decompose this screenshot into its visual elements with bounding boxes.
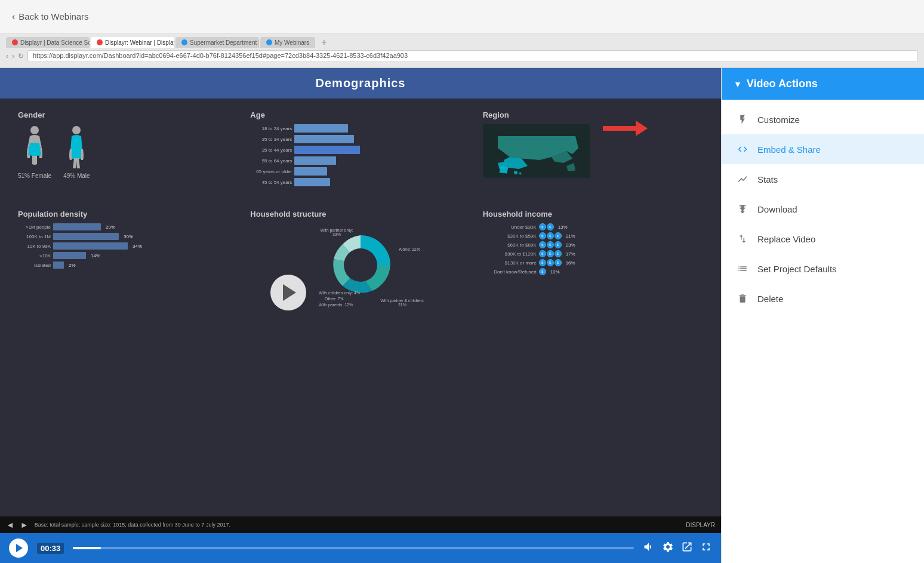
download-icon <box>736 202 749 216</box>
menu-item-download[interactable]: Download <box>722 194 924 224</box>
pop-row-5: Isolated 2% <box>18 261 238 269</box>
back-to-webinars-link[interactable]: ‹ Back to Webinars <box>12 11 89 22</box>
panel-header: ▼ Video Actions <box>722 68 924 100</box>
coin-3-2: $ <box>547 241 554 248</box>
income-rows: Under $30K $ $ 13% $30K to $59K $ <box>483 223 703 275</box>
back-link-label: Back to Webinars <box>19 11 88 21</box>
play-overlay-button[interactable] <box>270 275 306 310</box>
income-row-6: Don't know/Refused $ 10% <box>483 268 703 275</box>
menu-item-stats[interactable]: Stats <box>722 164 924 194</box>
coin-5-1: $ <box>539 259 546 266</box>
age-bar-4 <box>294 156 336 165</box>
tab-label-3: Supermarket Department NPS |... <box>190 39 259 46</box>
back-arrow-icon: ‹ <box>12 11 15 22</box>
income-pct-4: 17% <box>566 251 575 257</box>
browser-chrome: Displayr | Data Science Softwar... Displ… <box>0 33 924 68</box>
income-label-6: Don't know/Refused <box>483 269 537 275</box>
income-pct-3: 23% <box>566 242 575 248</box>
menu-item-replace-video[interactable]: Replace Video <box>722 224 924 254</box>
household-income-section: Household income Under $30K $ $ 13% <box>477 204 709 313</box>
age-label-4: 55 to 64 years <box>250 158 292 164</box>
progress-bar[interactable] <box>73 547 634 549</box>
next-nav-button[interactable]: ► <box>20 520 29 530</box>
demo-title: Demographics <box>316 76 406 90</box>
share-icon[interactable] <box>681 541 693 556</box>
menu-label-replace-video: Replace Video <box>757 234 815 244</box>
pop-label-3: 10K to 99K <box>18 244 51 249</box>
pop-row-4: <10K 14% <box>18 252 238 259</box>
arrow-head-icon <box>636 121 648 136</box>
pop-pct-3: 34% <box>133 244 142 249</box>
volume-icon[interactable] <box>643 541 655 556</box>
menu-item-set-project-defaults[interactable]: Set Project Defaults <box>722 254 924 284</box>
browser-tab-3[interactable]: Supermarket Department NPS |... <box>175 37 259 48</box>
menu-item-delete[interactable]: Delete <box>722 284 924 313</box>
income-label-3: $60K to $89K <box>483 242 537 248</box>
settings-icon[interactable] <box>662 541 674 556</box>
income-row-1: Under $30K $ $ 13% <box>483 223 703 230</box>
tab-icon-1 <box>12 39 18 45</box>
svg-point-1 <box>72 126 81 134</box>
age-bar-6 <box>294 178 330 186</box>
address-bar[interactable]: https://app.displayr.com/Dashboard?id=ab… <box>27 50 918 62</box>
panel-title: Video Actions <box>747 78 818 90</box>
browser-tab-1[interactable]: Displayr | Data Science Softwar... <box>6 37 90 48</box>
gender-title: Gender <box>18 110 238 119</box>
browser-forward-button[interactable]: › <box>12 52 14 60</box>
pop-row-2: 100K to 1M 30% <box>18 233 238 240</box>
female-label: 51% Female <box>18 173 51 179</box>
coin-2-3: $ <box>555 232 562 239</box>
control-icons <box>643 541 712 556</box>
income-row-5: $130K or more $ $ $ 16% <box>483 259 703 266</box>
svg-point-3 <box>519 173 521 175</box>
pop-label-4: <10K <box>18 253 51 259</box>
tab-label-1: Displayr | Data Science Softwar... <box>20 39 90 46</box>
gender-section: Gender <box>12 104 244 195</box>
browser-back-button[interactable]: ‹ <box>6 52 8 60</box>
prev-nav-button[interactable]: ◄ <box>6 520 14 530</box>
female-icon <box>21 125 48 170</box>
male-icon <box>64 125 89 170</box>
play-icon <box>16 544 23 552</box>
menu-label-delete: Delete <box>757 294 783 304</box>
swap-icon <box>736 232 749 245</box>
red-arrow-indicator <box>603 121 718 136</box>
hs-label-parents: With parents: 12% <box>319 303 353 307</box>
pop-pct-4: 14% <box>91 253 100 259</box>
menu-label-set-project-defaults: Set Project Defaults <box>757 264 837 274</box>
chart-icon <box>736 173 749 186</box>
video-area: Demographics Gender <box>0 68 721 563</box>
pop-label-2: 100K to 1M <box>18 234 51 239</box>
play-pause-button[interactable] <box>9 539 28 558</box>
pop-row-1: >1M people 20% <box>18 223 238 230</box>
region-map <box>483 124 590 178</box>
age-label-5: 65 years or older <box>250 169 292 174</box>
age-section: Age 18 to 24 years 25 to 34 years <box>244 104 476 195</box>
pop-row-3: 10K to 99K 34% <box>18 242 238 250</box>
household-income-title: Household income <box>483 210 703 219</box>
pop-pct-1: 20% <box>106 224 115 230</box>
income-coins-2: $ $ $ <box>539 232 562 239</box>
income-row-3: $60K to $89K $ $ $ 23% <box>483 241 703 248</box>
menu-item-customize[interactable]: Customize <box>722 104 924 134</box>
age-title: Age <box>250 110 470 119</box>
fullscreen-icon[interactable] <box>700 541 712 556</box>
region-title: Region <box>483 110 703 119</box>
pop-density-title: Population density <box>18 210 238 219</box>
panel-chevron-icon: ▼ <box>734 79 742 89</box>
income-pct-6: 10% <box>550 269 560 275</box>
female-figure: 51% Female <box>18 125 51 179</box>
menu-item-embed-share[interactable]: Embed & Share <box>722 134 924 164</box>
age-bar-3 <box>294 146 360 154</box>
svg-point-5 <box>344 248 377 282</box>
tab-icon-4 <box>266 39 272 45</box>
new-tab-button[interactable]: + <box>316 37 331 48</box>
age-label-1: 18 to 24 years <box>250 126 292 131</box>
browser-refresh-button[interactable]: ↻ <box>18 52 24 60</box>
age-bar-5 <box>294 167 327 176</box>
browser-tab-2[interactable]: Displayr: Webinar | Displayr × <box>91 37 174 48</box>
hs-label-partner-children: With partner & children: 21% <box>378 299 426 307</box>
gender-figures: 51% Female <box>18 125 238 179</box>
tab-label-4: My Webinars <box>275 39 309 46</box>
browser-tab-4[interactable]: My Webinars <box>260 37 315 48</box>
